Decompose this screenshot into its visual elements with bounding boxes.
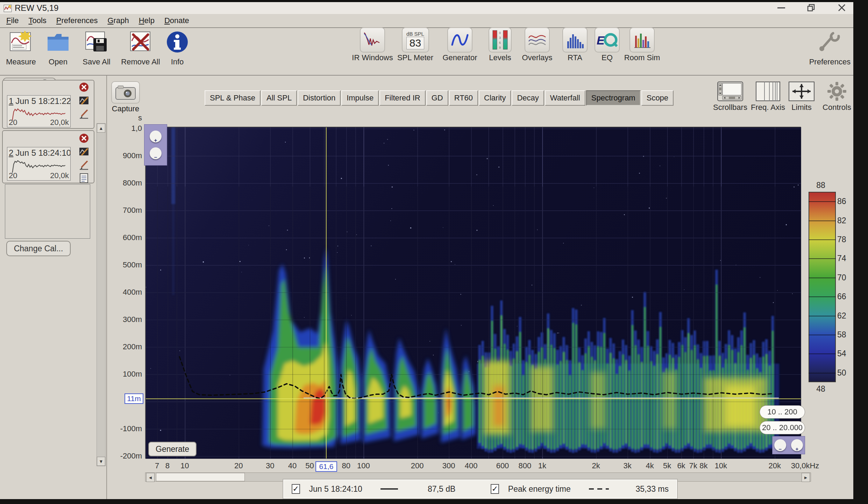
close-button[interactable] [832,2,852,13]
scroll-up-icon[interactable]: ▲ [97,124,105,133]
levels-button[interactable]: 0369 Levels [484,27,516,74]
edit-graph-icon[interactable] [79,95,89,106]
freq-range-button[interactable]: 20 .. 20.000 [760,421,805,434]
zoom-in-button[interactable]: + [150,131,162,142]
x-tick-label: 10k [715,461,727,470]
colorbar-tick-line [809,201,836,202]
tab-distortion[interactable]: Distortion [298,90,341,106]
tab-scope[interactable]: Scope [641,90,674,106]
sidebar-scrollbar[interactable]: ▲ ▼ [97,123,106,466]
tab-impulse[interactable]: Impulse [341,90,379,106]
peak-energy-value: 35,33 ms [635,484,669,494]
colorbar-tick-label: 50 [837,368,846,378]
tab-filtered-ir[interactable]: Filtered IR [379,90,425,106]
x-tick-label: 30 [266,461,274,470]
pencil-icon[interactable] [79,160,89,170]
info-icon [164,27,191,57]
x-tick-label: 7 [155,461,159,470]
scroll-right-icon[interactable]: ► [802,473,810,482]
menu-help[interactable]: Help [134,15,159,27]
x-tick-label: 6k [677,461,685,470]
spl-meter-button[interactable]: dB SPL 83 SPL Meter [395,27,435,74]
measurement-card-2[interactable]: 2Jun 5 18:24:10 2020,0k [2,130,94,183]
restore-button[interactable] [801,2,821,13]
colorbar-tick-line [809,335,836,335]
capture-button[interactable] [111,81,140,104]
open-folder-icon [44,27,72,57]
zoom-out-button[interactable]: – [150,147,162,159]
eq-icon: E [595,27,620,52]
zoom-in-button[interactable]: + [791,439,803,451]
open-button[interactable]: Open [41,27,75,74]
y-tick-label: 700m [115,206,142,215]
limits-button[interactable]: Limits [788,81,816,112]
x-tick-label: 8 [165,461,170,470]
y-tick-label: 400m [115,288,142,297]
tab-waterfall[interactable]: Waterfall [545,90,585,106]
save-all-button[interactable]: Save All [78,27,115,74]
measure-button[interactable]: Measure [3,27,38,74]
scroll-down-icon[interactable]: ▼ [97,457,105,466]
remove-all-button[interactable]: Remove All [118,27,163,74]
tab-clarity[interactable]: Clarity [479,90,511,106]
overlays-button[interactable]: Overlays [518,27,557,74]
ir-windows-button[interactable]: IR Windows [350,27,394,74]
y-tick-label: 200m [115,342,142,351]
limits-icon [788,81,815,102]
room-sim-button[interactable]: Room Sim [624,27,660,74]
scrollbar-thumb[interactable] [156,473,245,481]
menu-graph[interactable]: Graph [102,15,134,27]
colorbar-tick-label: 74 [837,254,846,263]
colorbar-tick-line [809,239,836,240]
edit-graph-icon[interactable] [79,146,89,157]
x-tick-label: 3k [624,461,632,470]
svg-text:E: E [597,34,605,47]
menu-preferences[interactable]: Preferences [51,15,103,27]
svg-text:6: 6 [499,41,501,44]
x-tick-label: 200 [411,461,424,470]
delete-measurement-icon[interactable] [79,82,89,92]
legend-level: 87,5 dB [428,484,455,494]
scrollbars-button[interactable]: Scrollbars [713,81,747,112]
legend-measurement: Jun 5 18:24:10 [309,484,362,494]
freq-cursor-readout[interactable]: 61,6 [315,461,337,472]
pencil-icon[interactable] [79,108,89,119]
rta-icon [562,27,588,52]
delete-measurement-icon[interactable] [79,133,89,144]
info-button[interactable]: Info [166,27,189,74]
tab-rt60[interactable]: RT60 [449,90,478,106]
tab-decay[interactable]: Decay [512,90,544,106]
colorbar-tick-line [809,316,836,316]
minimize-button[interactable] [771,2,791,13]
generate-button[interactable]: Generate [148,442,197,456]
time-cursor-readout[interactable]: 11m [124,393,143,404]
tab-spectrogram[interactable]: Spectrogram [586,90,641,106]
generator-icon [447,27,472,52]
menu-tools[interactable]: Tools [23,15,51,27]
tab-all-spl[interactable]: All SPL [261,90,297,106]
peak-energy-checkbox[interactable]: ✓ [491,484,499,494]
preferences-button[interactable]: Preferences [808,27,852,74]
tab-spl-phase[interactable]: SPL & Phase [205,90,261,106]
freq-axis-button[interactable]: Freq. Axis [750,81,785,112]
change-cal-button[interactable]: Change Cal... [6,241,71,256]
measurement-checkbox[interactable]: ✓ [292,484,300,494]
rta-button[interactable]: RTA [560,27,590,74]
y-tick-label: 500m [115,260,142,270]
scroll-left-icon[interactable]: ◄ [146,473,155,482]
eq-button[interactable]: E EQ [593,27,621,74]
colorbar-min-label: 48 [807,384,834,394]
tab-gd[interactable]: GD [426,90,448,106]
menu-donate[interactable]: Donate [159,15,194,27]
notes-icon[interactable] [79,173,89,183]
menu-file[interactable]: File [1,15,23,27]
spectrogram-plot[interactable] [145,127,801,458]
generator-button[interactable]: Generator [439,27,481,74]
measurement-card-1[interactable]: 1Jun 5 18:21:22 2020,0k [2,80,94,129]
wrench-icon [816,27,844,57]
controls-button[interactable]: Controls [821,81,853,112]
colorbar-tick-label: 62 [837,311,846,321]
y-tick-label: 600m [115,233,142,242]
zoom-out-button[interactable]: – [774,439,786,451]
time-range-button[interactable]: 10 .. 200 [760,405,805,419]
